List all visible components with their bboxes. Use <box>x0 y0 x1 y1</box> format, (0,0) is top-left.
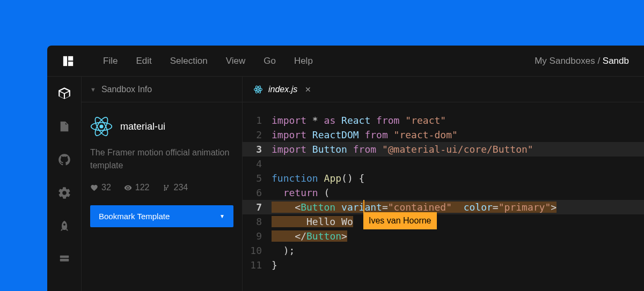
line-number: 3 <box>243 142 272 156</box>
menu-go[interactable]: Go <box>256 53 283 70</box>
react-logo-icon <box>90 115 113 138</box>
codesandbox-logo-icon[interactable] <box>62 55 74 67</box>
line-number: 9 <box>243 229 272 243</box>
breadcrumb-parent: My Sandboxes <box>535 56 595 66</box>
line-number: 4 <box>243 156 272 171</box>
menubar: File Edit Selection View Go Help My Sand… <box>47 46 644 77</box>
menu-help[interactable]: Help <box>287 53 320 70</box>
settings-icon[interactable] <box>57 186 71 200</box>
line-number: 8 <box>243 214 272 229</box>
deploy-icon[interactable] <box>57 219 71 233</box>
bookmark-template-button[interactable]: Bookmark Template ▼ <box>90 205 233 227</box>
sandbox-name: material-ui <box>120 121 165 132</box>
forks-stat[interactable]: 234 <box>163 183 188 192</box>
breadcrumb[interactable]: My Sandboxes / Sandb <box>535 56 629 66</box>
line-number: 5 <box>243 171 272 185</box>
breadcrumb-current: Sandb <box>603 56 629 66</box>
tabbar: index.js ✕ <box>243 77 644 102</box>
editor: index.js ✕ 1import * as React from "reac… <box>243 77 644 291</box>
chevron-down-icon: ▼ <box>90 86 96 93</box>
svg-point-9 <box>258 88 259 90</box>
react-file-icon <box>253 85 263 94</box>
line-number: 1 <box>243 113 272 128</box>
line-number: 11 <box>243 258 272 272</box>
views-stat[interactable]: 122 <box>124 183 150 192</box>
views-count: 122 <box>135 183 150 192</box>
line-number: 10 <box>243 243 272 258</box>
tab-close-icon[interactable]: ✕ <box>305 85 311 94</box>
github-icon[interactable] <box>57 153 71 167</box>
svg-point-5 <box>100 125 104 129</box>
line-number: 7 <box>243 200 272 214</box>
svg-rect-4 <box>60 259 69 262</box>
svg-rect-3 <box>60 256 69 258</box>
line-number: 6 <box>243 185 272 200</box>
collaborator-name-tag: Ives van Hoorne <box>363 212 437 229</box>
sandbox-icon[interactable] <box>57 86 71 100</box>
breadcrumb-sep: / <box>595 56 603 66</box>
server-icon[interactable] <box>57 252 71 266</box>
svg-rect-2 <box>68 61 73 65</box>
sidebar-title: Sandbox Info <box>101 85 152 94</box>
sidebar: ▼ Sandbox Info material-ui The Framer mo… <box>82 77 243 291</box>
likes-count: 32 <box>101 183 111 192</box>
svg-rect-1 <box>68 56 73 60</box>
menu-file[interactable]: File <box>96 53 125 70</box>
sidebar-header[interactable]: ▼ Sandbox Info <box>82 77 242 102</box>
file-icon[interactable] <box>57 120 71 133</box>
forks-count: 234 <box>174 183 188 192</box>
code-editor[interactable]: 1import * as React from "react" 2import … <box>243 102 644 283</box>
tab-filename[interactable]: index.js <box>268 85 297 94</box>
menu-selection[interactable]: Selection <box>163 53 215 70</box>
menu-view[interactable]: View <box>218 53 253 70</box>
activity-bar <box>47 77 82 291</box>
svg-rect-0 <box>63 56 67 65</box>
sandbox-description: The Framer motion official animation tem… <box>90 146 233 172</box>
bookmark-label: Bookmark Template <box>99 212 170 221</box>
caret-down-icon: ▼ <box>219 213 225 219</box>
likes-stat[interactable]: 32 <box>90 183 111 192</box>
line-number: 2 <box>243 128 272 142</box>
menu-edit[interactable]: Edit <box>128 53 159 70</box>
